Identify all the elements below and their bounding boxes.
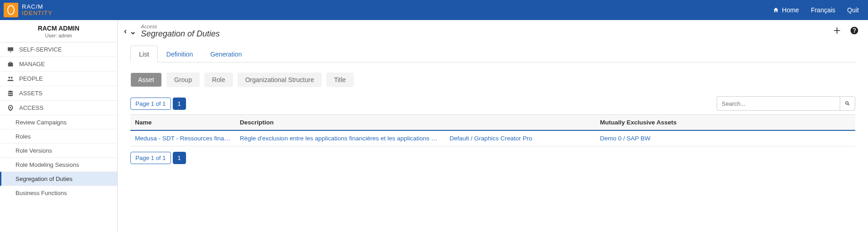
- plus-icon: [832, 26, 842, 35]
- sidebar-item-roles[interactable]: Roles: [0, 129, 117, 144]
- sidebar-group-label: SELF-SERVICE: [19, 46, 62, 53]
- filter-row: Asset Group Role Organizational Structur…: [130, 72, 855, 87]
- tab-definition[interactable]: Definition: [158, 46, 202, 62]
- sidebar-item-segregation[interactable]: Segregation of Duties: [0, 172, 117, 186]
- pager-label-bottom: Page 1 of 1: [130, 152, 171, 164]
- page-actions: [832, 26, 859, 36]
- main-area: ‹ ⌄ Access Segregation of Duties List: [118, 20, 868, 232]
- filter-role[interactable]: Role: [204, 72, 233, 87]
- sod-table: Name Description Mutually Exclusive Asse…: [130, 114, 855, 146]
- sidebar-group-label: MANAGE: [19, 61, 45, 67]
- back-icon[interactable]: ‹: [124, 26, 127, 36]
- sidebar-user: User: admin: [4, 33, 114, 38]
- nav-home-label: Home: [782, 6, 799, 14]
- col-mutually-exclusive[interactable]: Mutually Exclusive Assets: [595, 115, 855, 131]
- search: [717, 96, 855, 111]
- cell-name[interactable]: Medusa - SDT - Ressources financières: [135, 135, 235, 142]
- table-header-row: Name Description Mutually Exclusive Asse…: [130, 115, 855, 131]
- sidebar: RACM ADMIN User: admin SELF-SERVICE MANA…: [0, 20, 118, 232]
- table-row[interactable]: Medusa - SDT - Ressources financières Rè…: [130, 130, 855, 146]
- monitor-icon: [6, 46, 15, 53]
- sidebar-item-role-versions[interactable]: Role Versions: [0, 144, 117, 158]
- tab-generation[interactable]: Generation: [202, 46, 250, 62]
- brand-text: RAC/M IDENTITY: [22, 4, 52, 17]
- page-header: ‹ ⌄ Access Segregation of Duties: [118, 20, 868, 43]
- page-title: Segregation of Duties: [141, 29, 220, 39]
- add-button[interactable]: [832, 26, 842, 36]
- search-icon: [844, 100, 851, 107]
- sidebar-group-people[interactable]: PEOPLE: [0, 72, 117, 86]
- sidebar-item-review-campaigns[interactable]: Review Campaigns: [0, 115, 117, 129]
- sidebar-group-manage[interactable]: MANAGE: [0, 57, 117, 72]
- brand-line1: RAC/M: [22, 4, 52, 10]
- chevron-down-icon[interactable]: ⌄: [129, 26, 136, 36]
- nav-quit-link[interactable]: Quit: [847, 6, 859, 14]
- fingerprint-icon: [6, 104, 15, 112]
- sidebar-group-selfservice[interactable]: SELF-SERVICE: [0, 42, 117, 57]
- tab-list[interactable]: List: [130, 46, 158, 62]
- briefcase-icon: [6, 61, 15, 68]
- pager-top-row: Page 1 of 1 1: [130, 96, 855, 111]
- people-icon: [6, 75, 15, 82]
- help-button[interactable]: [850, 26, 859, 36]
- database-icon: [6, 90, 15, 97]
- breadcrumb: Access: [141, 24, 220, 29]
- sidebar-group-label: ASSETS: [19, 90, 42, 97]
- col-description[interactable]: Description: [235, 115, 445, 131]
- sidebar-title: RACM ADMIN: [4, 25, 114, 32]
- page-titles: Access Segregation of Duties: [141, 24, 220, 39]
- sidebar-item-business-functions[interactable]: Business Functions: [0, 186, 117, 200]
- pager-bottom: Page 1 of 1 1: [130, 152, 186, 164]
- filter-title[interactable]: Title: [326, 72, 354, 87]
- nav-home-link[interactable]: Home: [773, 6, 799, 14]
- brand-logo: [4, 3, 18, 17]
- pager-page-1[interactable]: 1: [173, 98, 186, 110]
- pager-bottom-row: Page 1 of 1 1: [130, 152, 855, 164]
- sidebar-group-access[interactable]: ACCESS: [0, 101, 117, 115]
- sidebar-group-label: ACCESS: [19, 104, 43, 111]
- brand-glyph-icon: [7, 5, 15, 15]
- brand-line2: IDENTITY: [22, 10, 52, 16]
- cell-description: Règle d'exclusion entre les applications…: [240, 135, 445, 142]
- pager-label: Page 1 of 1: [130, 98, 171, 110]
- top-bar: RAC/M IDENTITY Home Français Quit: [0, 0, 868, 20]
- search-input[interactable]: [717, 96, 840, 111]
- filter-group[interactable]: Group: [166, 72, 200, 87]
- nav-lang-link[interactable]: Français: [811, 6, 836, 14]
- col-name[interactable]: Name: [130, 115, 235, 131]
- top-nav: Home Français Quit: [773, 6, 859, 14]
- cell-mid: Default / Graphics Creator Pro: [450, 135, 532, 142]
- help-icon: [850, 26, 859, 35]
- sidebar-group-assets[interactable]: ASSETS: [0, 86, 117, 101]
- col-hidden: [445, 115, 595, 131]
- sidebar-header: RACM ADMIN User: admin: [0, 20, 117, 42]
- sidebar-item-role-modeling[interactable]: Role Modeling Sessions: [0, 158, 117, 172]
- pager-top: Page 1 of 1 1: [130, 98, 186, 110]
- filter-asset[interactable]: Asset: [130, 72, 162, 87]
- cell-mex: Demo 0 / SAP BW: [600, 135, 651, 142]
- home-icon: [773, 7, 779, 13]
- pager-page-1-bottom[interactable]: 1: [173, 152, 186, 164]
- page-nav-arrows: ‹ ⌄: [124, 26, 136, 36]
- sidebar-group-label: PEOPLE: [19, 75, 43, 82]
- filter-org[interactable]: Organizational Structure: [238, 72, 322, 87]
- tabs: List Definition Generation: [130, 45, 855, 62]
- search-button[interactable]: [840, 96, 855, 111]
